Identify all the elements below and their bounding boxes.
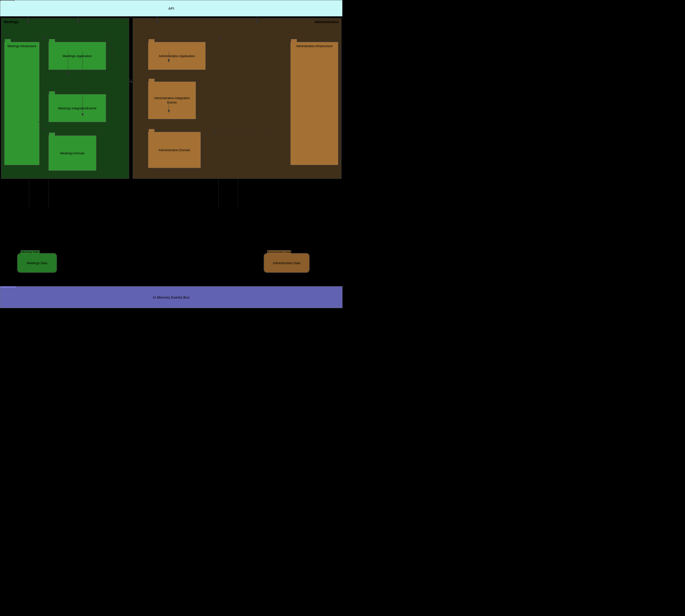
admin-app-tab xyxy=(148,39,155,42)
meetings-data-tab-label: Meetings Data xyxy=(22,250,39,254)
events-bus-bar: In Memory Events Bus xyxy=(0,286,342,308)
api-label: API xyxy=(0,6,342,10)
admin-domain-tab xyxy=(148,129,155,132)
admin-app-component: Administration.Application xyxy=(148,42,206,70)
meetings-domain-tab xyxy=(49,132,55,136)
admin-domain-label: Administration.Domain xyxy=(159,148,190,152)
meetings-app-label: Meetings.Application xyxy=(63,54,92,58)
api-bar: API xyxy=(0,0,342,17)
admin-infra-label: Administration.Infrastructure xyxy=(296,44,333,48)
meetings-context-label: Meetings xyxy=(4,20,19,24)
meetings-domain-label: Meetings.Domain xyxy=(60,151,85,155)
events-bus-tab xyxy=(0,286,16,287)
meetings-data-label: Meetings Data xyxy=(27,261,47,265)
admin-context-label: Administration xyxy=(315,20,339,24)
meetings-infra-tab xyxy=(4,39,11,42)
admin-data-box: Administration Data Administration Data xyxy=(264,253,310,273)
meetings-data-tab: Meetings Data xyxy=(20,250,40,254)
meetings-app-tab xyxy=(49,39,55,42)
meetings-context: Meetings Meetings.Infrastucture Meetings… xyxy=(1,18,129,179)
admin-integration-label: Administration.IntegrationEvents xyxy=(154,96,190,105)
events-bus-label: In Memory Events Bus xyxy=(153,295,190,300)
meetings-integration-tab xyxy=(49,91,55,94)
meetings-integration-component: Meetings.IntegrationEvents xyxy=(48,94,107,123)
admin-infra-tab xyxy=(291,39,297,42)
meetings-data-box: Meetings Data Meetings Data xyxy=(17,253,57,273)
api-tab xyxy=(0,0,14,1)
admin-integration-tab xyxy=(148,78,155,82)
admin-data-label: Administration Data xyxy=(273,261,300,265)
meetings-infra-label: Meetings.Infrastucture xyxy=(7,44,37,48)
meetings-integration-label: Meetings.IntegrationEvents xyxy=(58,106,96,110)
meetings-domain-component: Meetings.Domain xyxy=(48,135,97,171)
meetings-app-component: Meetings.Application xyxy=(48,42,107,70)
meetings-infra-component: Meetings.Infrastucture xyxy=(4,42,40,166)
admin-app-label: Administration.Application xyxy=(159,54,195,58)
admin-infra-component: Administration.Infrastructure xyxy=(290,42,339,166)
admin-data-tab-label: Administration Data xyxy=(268,250,291,254)
admin-data-tab: Administration Data xyxy=(267,250,291,254)
admin-integration-component: Administration.IntegrationEvents xyxy=(148,81,196,119)
admin-domain-component: Administration.Domain xyxy=(148,131,201,169)
admin-context: Administration Administration.Applicatio… xyxy=(133,18,342,179)
